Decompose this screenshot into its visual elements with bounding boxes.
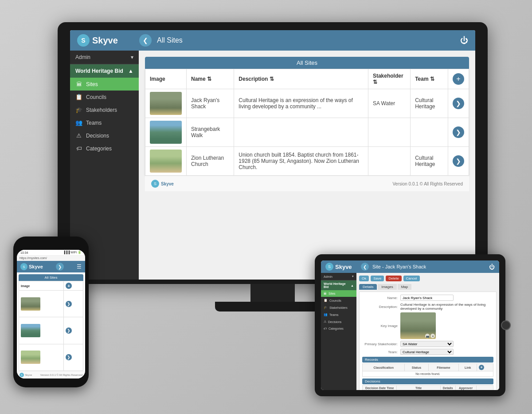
site-row-nav-button-3[interactable]: ❯: [453, 155, 464, 167]
records-empty-row: No records found.: [363, 371, 493, 377]
sidebar-item-categories[interactable]: 🏷 Categories: [70, 142, 139, 155]
sidebar-item-teams[interactable]: 👥 Teams: [70, 116, 139, 129]
tablet-stakeholders-icon: 🎓: [324, 306, 328, 309]
footer-logo-text: Skyve: [161, 181, 174, 186]
sidebar-item-decisions[interactable]: ⚠ Decisions: [70, 129, 139, 142]
phone-site-image-cell: [19, 344, 64, 371]
phone-url-bar[interactable]: https://mysites.com/: [17, 256, 85, 261]
phone-img-shack: [21, 297, 40, 311]
tab-images[interactable]: Images: [378, 284, 396, 290]
phone-site-image-cell: [19, 291, 64, 317]
add-record-button[interactable]: +: [479, 365, 484, 370]
tablet-sidebar-categories-label: Categories: [329, 327, 344, 330]
table-row: Zion Lutheran Church Union church built …: [145, 147, 469, 176]
tablet-sidebar-decisions-label: Decisions: [328, 320, 341, 323]
tablet-bezel: S Skyve ❮ Site - Jack Ryan's Shack ⏻ Adm…: [315, 254, 505, 396]
monitor-stand-neck: [250, 284, 295, 302]
sidebar-admin[interactable]: Admin ▾: [70, 51, 139, 64]
tablet-cam-btn-1[interactable]: 📷: [425, 334, 430, 338]
tablet-main: Ok Save Delete Cancel Details Images Map: [356, 273, 499, 390]
sidebar-item-stakeholders[interactable]: 🎓 Stakeholders: [70, 103, 139, 116]
app-body: Admin ▾ World Heritage Bid ▲ 🏛 Sites 📋 C…: [70, 51, 475, 280]
records-col-classification: Classification: [363, 364, 405, 371]
tablet-cancel-button[interactable]: Cancel: [403, 276, 420, 281]
tablet-team-label: Team:: [362, 350, 398, 354]
tablet-sidebar-item-sites[interactable]: 🏛 Sites: [321, 290, 356, 297]
tablet-form: Name: Description: Cultural Heritage is …: [359, 292, 497, 390]
col-stakeholder[interactable]: Stakeholder ⇅: [368, 69, 410, 89]
phone-img-church: [21, 351, 40, 364]
tablet-sidebar-admin[interactable]: Admin ▾: [321, 273, 356, 280]
site-team-cell: Cultural Heritage: [411, 89, 448, 118]
tablet-stakeholder-select[interactable]: SA Water: [400, 341, 454, 347]
tablet-teams-icon: 👥: [324, 313, 328, 316]
phone-row-nav-1[interactable]: ❯: [66, 301, 72, 307]
tablet-sites-icon: 🏛: [324, 292, 327, 295]
page-title: All Sites: [157, 36, 460, 44]
site-nav-cell: ❯: [448, 118, 469, 147]
phone-img-welcome: [21, 324, 40, 337]
col-description[interactable]: Description ⇅: [234, 69, 368, 89]
back-button[interactable]: ❮: [139, 34, 152, 47]
phone-logo: S Skyve: [20, 263, 43, 270]
monitor-stand-base: [215, 302, 330, 311]
tablet-sidebar-item-decisions[interactable]: ⚠ Decisions: [321, 318, 356, 325]
tablet-back-button[interactable]: ❮: [361, 263, 369, 271]
tablet-name-input[interactable]: [400, 295, 454, 301]
phone-footer-logo: S Skyve: [20, 373, 32, 377]
tablet-admin-label: Admin: [324, 275, 332, 278]
main-content: All Sites Image Name ⇅ Description ⇅ Sta…: [139, 51, 475, 280]
tablet-sidebar-councils-label: Councils: [329, 299, 341, 302]
add-site-button[interactable]: +: [453, 73, 464, 85]
site-desc-cell: Cultural Heritage is an expression of th…: [234, 89, 368, 118]
site-team-cell: [411, 118, 448, 147]
col-add: +: [448, 69, 469, 89]
councils-icon: 📋: [75, 94, 82, 100]
tablet-records-table: Classification Status Filename Link +: [362, 363, 493, 377]
tablet-save-button[interactable]: Save: [371, 276, 384, 281]
tablet-sidebar-item-stakeholders[interactable]: 🎓 Stakeholders: [321, 304, 356, 311]
site-image-cell: [145, 89, 187, 118]
col-name[interactable]: Name ⇅: [187, 69, 234, 89]
site-stakeholder-cell: [368, 118, 410, 147]
site-row-nav-button-1[interactable]: ❯: [453, 98, 464, 109]
phone-footer-version: Version 0.0.1 © All Rights Reserved: [40, 374, 82, 376]
site-nav-cell: ❯: [448, 89, 469, 118]
col-team[interactable]: Team ⇅: [411, 69, 448, 89]
tablet-team-select[interactable]: Cultural Heritage: [400, 349, 454, 355]
tablet-sidebar-item-councils[interactable]: 📋 Councils: [321, 297, 356, 304]
sidebar-item-sites[interactable]: 🏛 Sites: [70, 78, 139, 91]
phone-nav-button[interactable]: ❯: [56, 263, 64, 271]
site-row-nav-button-2[interactable]: ❯: [453, 126, 464, 138]
sort-stakeholder-icon: ⇅: [373, 79, 377, 85]
tablet-home-button[interactable]: [501, 320, 511, 330]
phone-content-header: All Sites: [19, 274, 83, 281]
tab-details[interactable]: Details: [359, 284, 377, 290]
phone-logo-text: Skyve: [29, 264, 43, 269]
phone-add-button[interactable]: +: [66, 283, 72, 289]
sidebar-item-councils[interactable]: 📋 Councils: [70, 91, 139, 103]
tablet-sidebar-item-teams[interactable]: 👥 Teams: [321, 311, 356, 318]
sort-desc-icon: ⇅: [270, 76, 274, 82]
tablet-ok-button[interactable]: Ok: [359, 276, 369, 281]
tab-map[interactable]: Map: [398, 284, 412, 290]
phone-site-nav-cell: ❯: [64, 317, 83, 344]
tablet-delete-button[interactable]: Delete: [386, 276, 401, 281]
tablet-decisions-table: Decision Date Time Title Details Approve…: [362, 385, 493, 390]
power-button[interactable]: ⏻: [460, 36, 468, 45]
phone-row-nav-2[interactable]: ❯: [66, 327, 72, 334]
tablet-power-button[interactable]: ⏻: [489, 264, 495, 270]
records-col-status: Status: [405, 364, 428, 371]
tablet-sidebar-section[interactable]: World Heritage Bid ▲: [321, 280, 356, 290]
tablet-logo-icon: S: [325, 263, 333, 271]
records-col-add: +: [477, 364, 493, 371]
tablet-cam-btn-2[interactable]: ✕: [430, 334, 435, 338]
tablet-stakeholder-row: Primary Stakeholder: SA Water: [362, 341, 493, 347]
tablet-key-image-row: Key Image 📷 ✕: [362, 312, 493, 339]
site-nav-cell: ❯: [448, 147, 469, 176]
tablet-sidebar-item-categories[interactable]: 🏷 Categories: [321, 325, 356, 332]
sidebar-section[interactable]: World Heritage Bid ▲: [70, 64, 139, 78]
phone-row-nav-3[interactable]: ❯: [66, 354, 72, 360]
site-image-cell: [145, 118, 187, 147]
phone-menu-icon[interactable]: ☰: [77, 264, 82, 270]
